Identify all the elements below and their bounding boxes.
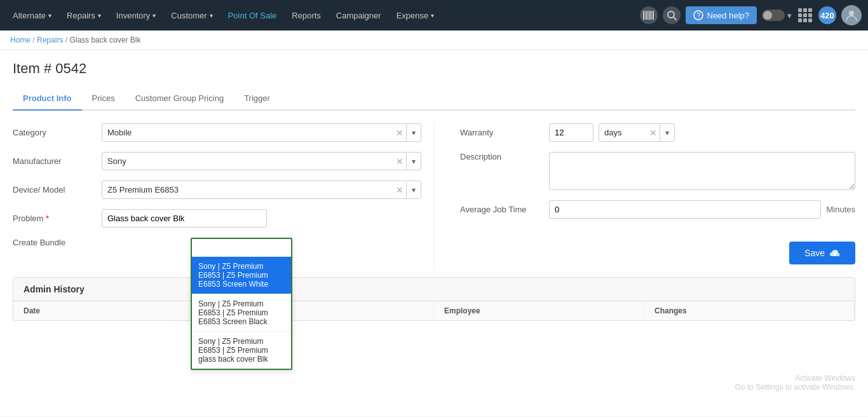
form-grid: Category Mobile ✕ ▾ Manufacturer Sony ✕ … — [13, 123, 855, 271]
problem-label: Problem — [13, 214, 102, 223]
breadcrumb-repairs[interactable]: Repairs — [37, 36, 63, 44]
category-clear-icon[interactable]: ✕ — [393, 128, 406, 138]
nav-campaigner[interactable]: Campaigner — [330, 7, 388, 24]
breadcrumb-home[interactable]: Home — [10, 36, 31, 44]
nav-point-of-sale[interactable]: Point Of Sale — [222, 7, 283, 24]
notification-badge[interactable]: 420 — [818, 6, 836, 24]
admin-history-col-changes: Changes — [644, 301, 855, 320]
svg-rect-6 — [653, 11, 654, 20]
description-row: Description — [460, 152, 855, 190]
save-button[interactable]: Save — [789, 242, 855, 264]
warranty-inputs: days ✕ ▾ — [549, 123, 675, 142]
expense-chevron-icon: ▾ — [431, 12, 434, 19]
create-bundle-dropdown: Sony | Z5 Premium E6853 | Z5 Premium E68… — [191, 238, 292, 370]
form-left: Category Mobile ✕ ▾ Manufacturer Sony ✕ … — [13, 123, 434, 271]
warranty-unit-select[interactable]: days ✕ ▾ — [599, 123, 675, 142]
svg-rect-5 — [651, 11, 652, 20]
tab-product-info[interactable]: Product Info — [13, 87, 82, 111]
admin-history-table: Date Task Employee Changes — [13, 301, 855, 320]
bundle-item-1[interactable]: Sony | Z5 Premium E6853 | Z5 Premium E68… — [192, 294, 291, 332]
nav-right-area: ? Need help? ▾ 420 — [640, 5, 862, 25]
warranty-unit-arrow-icon[interactable]: ▾ — [660, 125, 674, 141]
avg-job-time-input[interactable] — [549, 200, 821, 219]
apps-grid-icon[interactable] — [797, 7, 813, 24]
category-label: Category — [13, 128, 102, 137]
description-label: Description — [460, 152, 549, 161]
svg-rect-2 — [646, 11, 648, 20]
manufacturer-label: Manufacturer — [13, 156, 102, 166]
description-textarea[interactable] — [549, 152, 855, 190]
svg-text:?: ? — [696, 12, 700, 19]
manufacturer-value: Sony — [102, 153, 393, 170]
tab-customer-group-pricing[interactable]: Customer Group Pricing — [125, 87, 234, 111]
warranty-unit-clear-icon[interactable]: ✕ — [647, 128, 660, 138]
device-model-label: Device/ Model — [13, 185, 102, 195]
device-model-select[interactable]: Z5 Premium E6853 ✕ ▾ — [102, 181, 421, 199]
manufacturer-arrow-icon[interactable]: ▾ — [406, 153, 421, 170]
save-label: Save — [804, 248, 825, 258]
manufacturer-clear-icon[interactable]: ✕ — [393, 156, 406, 167]
brand-menu[interactable]: Alternate ▾ — [6, 7, 58, 24]
bundle-item-0[interactable]: Sony | Z5 Premium E6853 | Z5 Premium E68… — [192, 257, 291, 294]
problem-input[interactable] — [102, 209, 267, 228]
category-row: Category Mobile ✕ ▾ — [13, 123, 421, 142]
admin-history-section: Admin History Date Task Employee Changes — [13, 277, 855, 321]
barcode-icon[interactable] — [640, 6, 658, 24]
warranty-row: Warranty days ✕ ▾ — [460, 123, 855, 142]
breadcrumb: Home / Repairs / Glass back cover Blk — [0, 31, 868, 50]
main-content: Item # 0542 Product Info Prices Customer… — [0, 50, 868, 416]
avg-job-time-unit: Minutes — [826, 205, 855, 214]
bundle-search-input[interactable] — [192, 239, 291, 257]
nav-customer[interactable]: Customer ▾ — [165, 7, 219, 24]
warranty-label: Warranty — [460, 128, 549, 137]
need-help-button[interactable]: ? Need help? — [686, 6, 757, 24]
svg-line-8 — [674, 17, 676, 20]
repairs-chevron-icon: ▾ — [98, 12, 101, 19]
device-model-clear-icon[interactable]: ✕ — [393, 185, 406, 195]
svg-rect-0 — [643, 11, 644, 20]
avg-job-time-label: Average Job Time — [460, 205, 549, 214]
search-icon[interactable] — [663, 6, 681, 24]
admin-history-title: Admin History — [13, 278, 855, 301]
toggle-switch-area[interactable]: ▾ — [762, 10, 792, 21]
avg-job-time-inputs: Minutes — [549, 200, 855, 219]
problem-row: Problem — [13, 209, 421, 228]
manufacturer-row: Manufacturer Sony ✕ ▾ — [13, 152, 421, 170]
breadcrumb-current: Glass back cover Blk — [69, 36, 140, 44]
create-bundle-row: Create Bundle Sony | Z5 Premium E6853 | … — [13, 238, 421, 247]
nav-inventory[interactable]: Inventory ▾ — [110, 7, 162, 24]
bundle-item-2[interactable]: Sony | Z5 Premium E6853 | Z5 Premium gla… — [192, 332, 291, 369]
manufacturer-select[interactable]: Sony ✕ ▾ — [102, 152, 421, 170]
svg-rect-3 — [648, 11, 649, 20]
form-right: Warranty days ✕ ▾ Description Average Jo… — [434, 123, 855, 271]
avg-job-time-row: Average Job Time Minutes — [460, 200, 855, 219]
svg-rect-4 — [649, 11, 651, 20]
top-navigation: Alternate ▾ Repairs ▾ Inventory ▾ Custom… — [0, 0, 868, 31]
svg-rect-1 — [645, 11, 646, 20]
brand-chevron-icon: ▾ — [48, 12, 51, 19]
save-cloud-icon — [830, 248, 840, 258]
tab-prices[interactable]: Prices — [82, 87, 125, 111]
toggle-chevron-icon: ▾ — [787, 11, 792, 20]
inventory-chevron-icon: ▾ — [153, 12, 156, 19]
brand-label: Alternate — [13, 11, 46, 20]
device-model-value: Z5 Premium E6853 — [102, 181, 393, 198]
toggle-switch[interactable] — [762, 10, 785, 21]
warranty-unit-value: days — [599, 124, 647, 141]
user-avatar[interactable] — [841, 5, 862, 25]
svg-point-11 — [849, 11, 854, 16]
create-bundle-label: Create Bundle — [13, 238, 102, 247]
category-arrow-icon[interactable]: ▾ — [406, 125, 421, 141]
admin-history-col-employee: Employee — [434, 301, 644, 320]
customer-chevron-icon: ▾ — [210, 12, 213, 19]
warranty-number-input[interactable] — [549, 123, 593, 142]
page-title: Item # 0542 — [13, 60, 855, 77]
tab-trigger[interactable]: Trigger — [234, 87, 280, 111]
device-model-arrow-icon[interactable]: ▾ — [406, 182, 421, 198]
nav-repairs[interactable]: Repairs ▾ — [60, 7, 107, 24]
category-select[interactable]: Mobile ✕ ▾ — [102, 123, 421, 142]
tab-bar: Product Info Prices Customer Group Prici… — [13, 87, 855, 111]
save-button-area: Save — [460, 229, 855, 271]
nav-reports[interactable]: Reports — [285, 7, 327, 24]
nav-expense[interactable]: Expense ▾ — [390, 7, 441, 24]
